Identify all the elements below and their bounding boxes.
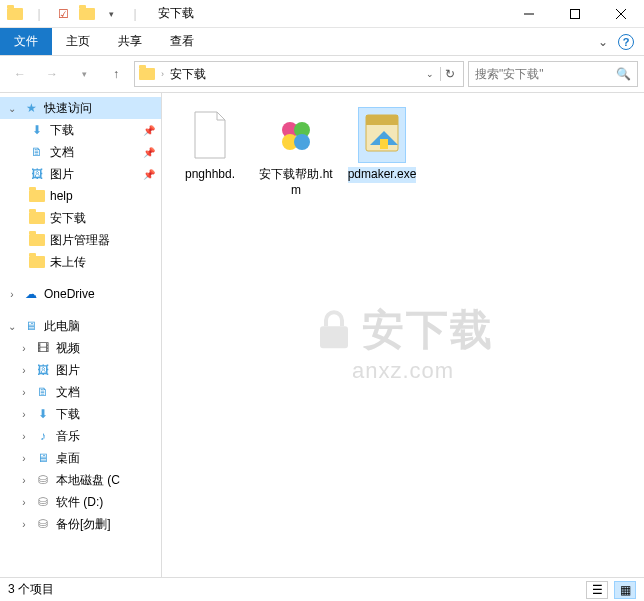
sidebar-item-pictures2[interactable]: ›🖼 图片 <box>0 359 161 381</box>
lock-icon <box>312 308 356 352</box>
view-details-button[interactable]: ☰ <box>586 581 608 599</box>
status-item-count: 3 个项目 <box>8 581 54 598</box>
sidebar-item-label: OneDrive <box>44 287 95 301</box>
chevron-down-icon[interactable]: ⌄ <box>6 321 18 332</box>
svg-rect-11 <box>380 139 388 149</box>
sidebar-item-label: 备份[勿删] <box>56 516 111 533</box>
tab-share[interactable]: 共享 <box>104 28 156 55</box>
minimize-button[interactable] <box>506 0 552 28</box>
sidebar-item-label: 软件 (D:) <box>56 494 103 511</box>
chevron-right-icon[interactable]: › <box>6 289 18 300</box>
doc-icon: 🗎 <box>34 383 52 401</box>
search-icon[interactable]: 🔍 <box>616 67 631 81</box>
sidebar-item-help[interactable]: help <box>0 185 161 207</box>
sidebar-item-downloads[interactable]: ⬇ 下载 📌 <box>0 119 161 141</box>
help-icon[interactable]: ? <box>618 34 634 50</box>
sidebar-item-music[interactable]: ›♪ 音乐 <box>0 425 161 447</box>
sidebar-thispc[interactable]: ⌄ 🖥 此电脑 <box>0 315 161 337</box>
quick-access-toolbar: | ☑ ▾ | <box>0 3 150 25</box>
tab-home[interactable]: 主页 <box>52 28 104 55</box>
sidebar-item-label: 图片 <box>56 362 80 379</box>
folder-icon <box>28 253 46 271</box>
sidebar-item-documents[interactable]: 🗎 文档 📌 <box>0 141 161 163</box>
sidebar-item-label: 安下载 <box>50 210 86 227</box>
sidebar-item-pictures[interactable]: 🖼 图片 📌 <box>0 163 161 185</box>
sidebar-item-label: 音乐 <box>56 428 80 445</box>
tab-view[interactable]: 查看 <box>156 28 208 55</box>
sidebar-item-picmgr[interactable]: 图片管理器 <box>0 229 161 251</box>
svg-rect-10 <box>366 115 398 125</box>
nav-up-button[interactable]: ↑ <box>102 60 130 88</box>
sidebar-item-disk-d[interactable]: ›⛁ 软件 (D:) <box>0 491 161 513</box>
titlebar: | ☑ ▾ | 安下载 <box>0 0 644 28</box>
chevron-right-icon: › <box>161 69 164 79</box>
svg-rect-4 <box>320 326 348 348</box>
folder-icon <box>28 231 46 249</box>
qat-separator: | <box>28 3 50 25</box>
sidebar-item-videos[interactable]: ›🎞 视频 <box>0 337 161 359</box>
pin-icon: 📌 <box>143 147 155 158</box>
disk-icon: ⛁ <box>34 493 52 511</box>
music-icon: ♪ <box>34 427 52 445</box>
sidebar-item-desktop[interactable]: ›🖥 桌面 <box>0 447 161 469</box>
address-folder-icon <box>139 68 155 80</box>
file-item[interactable]: 安下载帮助.htm <box>258 107 334 198</box>
disk-icon: ⛁ <box>34 471 52 489</box>
video-icon: 🎞 <box>34 339 52 357</box>
download-icon: ⬇ <box>28 121 46 139</box>
search-input[interactable]: 搜索"安下载" 🔍 <box>468 61 638 87</box>
address-dropdown-icon[interactable]: ⌄ <box>426 69 434 79</box>
svg-rect-1 <box>571 9 580 18</box>
star-icon: ★ <box>22 99 40 117</box>
pin-icon: 📌 <box>143 169 155 180</box>
sidebar-item-label: 下载 <box>56 406 80 423</box>
search-placeholder: 搜索"安下载" <box>475 66 544 83</box>
sidebar-onedrive[interactable]: › ☁ OneDrive <box>0 283 161 305</box>
navigation-pane[interactable]: ⌄ ★ 快速访问 ⬇ 下载 📌 🗎 文档 📌 🖼 图片 📌 help 安下载 <box>0 93 162 577</box>
watermark: 安下载 anxz.com <box>312 302 494 384</box>
tab-file[interactable]: 文件 <box>0 28 52 55</box>
sidebar-item-label: 本地磁盘 (C <box>56 472 120 489</box>
disk-icon: ⛁ <box>34 515 52 533</box>
nav-forward-button[interactable]: → <box>38 60 66 88</box>
refresh-icon[interactable]: ↻ <box>440 67 459 81</box>
pin-icon: 📌 <box>143 125 155 136</box>
download-icon: ⬇ <box>34 405 52 423</box>
view-icons-button[interactable]: ▦ <box>614 581 636 599</box>
file-item[interactable]: pdmaker.exe <box>344 107 420 183</box>
close-button[interactable] <box>598 0 644 28</box>
sidebar-item-label: 图片管理器 <box>50 232 110 249</box>
desktop-icon: 🖥 <box>34 449 52 467</box>
sidebar-item-documents2[interactable]: ›🗎 文档 <box>0 381 161 403</box>
nav-back-button[interactable]: ← <box>6 60 34 88</box>
maximize-button[interactable] <box>552 0 598 28</box>
sidebar-item-notuploaded[interactable]: 未上传 <box>0 251 161 273</box>
sidebar-item-disk-c[interactable]: ›⛁ 本地磁盘 (C <box>0 469 161 491</box>
sidebar-item-label: 下载 <box>50 122 74 139</box>
nav-recent-dropdown[interactable]: ▾ <box>70 60 98 88</box>
properties-icon[interactable]: ☑ <box>52 3 74 25</box>
file-item[interactable]: pnghhbd. <box>172 107 248 183</box>
new-folder-icon[interactable] <box>76 3 98 25</box>
watermark-url: anxz.com <box>312 358 494 384</box>
folder-icon[interactable] <box>4 3 26 25</box>
sidebar-item-disk-backup[interactable]: ›⛁ 备份[勿删] <box>0 513 161 535</box>
address-bar[interactable]: › 安下载 ⌄ ↻ <box>134 61 464 87</box>
ribbon-expand-icon[interactable]: ⌄ <box>598 35 608 49</box>
sidebar-item-label: 文档 <box>50 144 74 161</box>
file-blank-icon <box>186 107 234 163</box>
watermark-text: 安下载 <box>362 302 494 358</box>
address-path[interactable]: 安下载 <box>170 66 420 83</box>
sidebar-item-label: 视频 <box>56 340 80 357</box>
window-controls <box>506 0 644 28</box>
sidebar-item-anxiazai[interactable]: 安下载 <box>0 207 161 229</box>
qat-dropdown-icon[interactable]: ▾ <box>100 3 122 25</box>
chevron-down-icon[interactable]: ⌄ <box>6 103 18 114</box>
sidebar-quick-access[interactable]: ⌄ ★ 快速访问 <box>0 97 161 119</box>
pc-icon: 🖥 <box>22 317 40 335</box>
file-list[interactable]: 安下载 anxz.com pnghhbd. 安下载帮助.htm pdmaker.… <box>162 93 644 577</box>
sidebar-item-downloads2[interactable]: ›⬇ 下载 <box>0 403 161 425</box>
file-label: pdmaker.exe <box>348 167 417 183</box>
status-bar: 3 个项目 ☰ ▦ <box>0 577 644 601</box>
folder-icon <box>28 187 46 205</box>
